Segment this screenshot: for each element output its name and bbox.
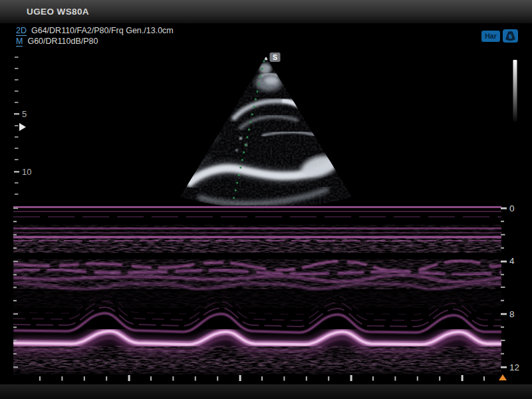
tick-mark — [261, 376, 263, 381]
tick-mark — [84, 376, 85, 381]
svg-text:S: S — [273, 53, 277, 61]
m-bottom-mask — [13, 374, 502, 384]
tick-mark — [501, 300, 504, 301]
bottom-bar — [0, 384, 532, 399]
tick-mark — [13, 234, 17, 235]
tick-mark — [501, 261, 507, 263]
tick-mark — [239, 375, 241, 381]
tick-mark — [350, 375, 352, 381]
depth-label-10: 10 — [22, 167, 31, 177]
tick-mark — [501, 234, 505, 235]
tick-mark — [439, 376, 440, 381]
tick-mark — [13, 287, 17, 288]
depth-label-5: 5 — [22, 109, 27, 119]
tick-mark — [195, 376, 196, 381]
tick-mark — [61, 376, 63, 381]
tick-mark — [15, 159, 19, 160]
m-depth-4: 4 — [509, 256, 515, 266]
focus-marker[interactable] — [19, 123, 26, 131]
tick-mark — [15, 102, 19, 103]
tick-mark — [13, 327, 17, 328]
tick-mark — [15, 194, 19, 195]
title-bar: UGEO WS80A — [0, 0, 532, 23]
tick-mark — [13, 313, 18, 315]
m-mode-trace — [13, 207, 502, 376]
tick-mark — [15, 125, 19, 126]
machine-title: UGEO WS80A — [27, 0, 89, 23]
tick-mark — [14, 113, 19, 115]
tick-mark — [15, 90, 19, 92]
tick-mark — [15, 68, 19, 69]
tick-mark — [501, 366, 507, 368]
tick-mark — [15, 136, 19, 138]
tick-mark — [150, 376, 152, 381]
tick-mark — [372, 376, 374, 381]
tick-mark — [13, 300, 17, 301]
tick-mark — [501, 287, 505, 288]
tick-mark — [15, 182, 19, 184]
tick-mark — [15, 79, 19, 80]
tick-mark — [501, 207, 507, 209]
tick-mark — [462, 375, 464, 381]
tick-mark — [501, 221, 504, 222]
tick-mark — [13, 261, 18, 262]
m-depth-12: 12 — [509, 362, 519, 372]
tick-mark — [13, 247, 17, 249]
imaging-area: S 5 10 — [0, 23, 532, 399]
tick-mark — [13, 366, 18, 368]
tick-mark — [39, 376, 41, 381]
tick-mark — [328, 376, 329, 381]
tick-mark — [501, 327, 504, 328]
tick-mark — [172, 376, 174, 381]
tick-mark — [13, 221, 17, 222]
tick-mark — [128, 375, 130, 381]
tick-mark — [106, 376, 107, 381]
ultrasound-screen: UGEO WS80A 2DG64/DR110/FA2/P80/Frq Gen./… — [0, 0, 532, 399]
tick-mark — [501, 274, 504, 275]
tick-mark — [13, 274, 17, 275]
tick-mark — [14, 171, 19, 173]
grayscale-bar — [513, 60, 517, 122]
tick-mark — [283, 376, 285, 381]
tick-mark — [501, 247, 504, 249]
tick-mark — [306, 376, 307, 381]
tick-mark — [13, 340, 17, 341]
tick-mark — [483, 376, 485, 381]
tick-mark — [394, 376, 396, 381]
tick-mark — [501, 353, 504, 354]
m-right-mask — [501, 203, 532, 384]
tick-mark — [15, 57, 19, 58]
m-left-mask — [0, 203, 13, 384]
m-depth-0: 0 — [509, 203, 515, 213]
tick-mark — [15, 148, 19, 149]
tick-mark — [13, 207, 18, 209]
tick-mark — [13, 353, 17, 354]
tick-mark — [217, 376, 218, 381]
m-depth-8: 8 — [509, 309, 515, 319]
tick-mark — [501, 340, 505, 341]
tick-mark — [417, 376, 418, 381]
tick-mark — [501, 313, 507, 315]
depth-ruler-2d — [14, 57, 19, 195]
2d-image[interactable] — [180, 57, 353, 223]
orientation-marker: S — [270, 53, 281, 62]
